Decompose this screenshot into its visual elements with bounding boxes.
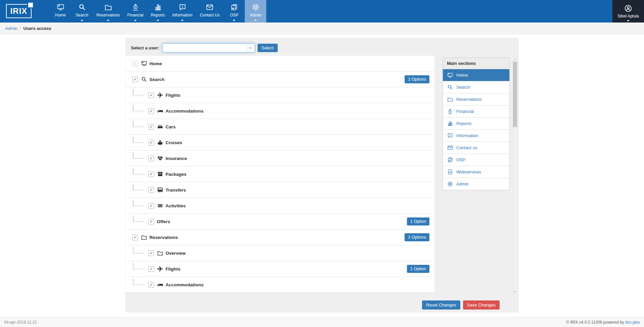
- tree-row-activities: Activities: [126, 198, 434, 214]
- panel-action-buttons: Reset Changes Save Changes: [422, 300, 500, 310]
- caret-down-icon: [233, 20, 235, 21]
- car-icon: [157, 123, 164, 130]
- options-badge[interactable]: 1 Option: [407, 265, 429, 273]
- nav-item-osp[interactable]: OSP: [223, 0, 245, 23]
- checkbox[interactable]: [132, 61, 138, 67]
- irix-logo[interactable]: IRIX: [6, 4, 32, 18]
- heart-pulse-icon: [157, 155, 164, 162]
- combobox-dropdown-button[interactable]: [246, 44, 254, 52]
- bar-chart-icon: [154, 3, 162, 11]
- sidebar-item-home[interactable]: Home: [443, 69, 509, 81]
- tree-row-reservations: Reservations 2 Options: [126, 230, 434, 245]
- code-doc-icon: [447, 169, 453, 175]
- caret-down-icon: [81, 20, 83, 21]
- caret-down-icon: [627, 20, 630, 22]
- info-bubble-icon: [178, 3, 187, 11]
- ticket-icon: [157, 202, 164, 209]
- folder-icon: [141, 234, 147, 241]
- folder-icon: [447, 96, 453, 103]
- checkbox[interactable]: [132, 235, 138, 240]
- money-hand-icon: [447, 108, 453, 115]
- sidebar-item-reports[interactable]: Reports: [443, 118, 509, 130]
- sidebar-item-admin[interactable]: Admin: [443, 178, 509, 190]
- tree-row-insurance: Insurance: [126, 151, 434, 166]
- scrollbar-thumb[interactable]: [513, 62, 517, 127]
- checkbox[interactable]: [148, 124, 154, 130]
- sidebar-item-reservations[interactable]: Reservations: [443, 93, 509, 106]
- nav-item-home[interactable]: Home: [50, 0, 71, 23]
- pages-icon: [447, 157, 453, 163]
- nav-item-reservations[interactable]: Reservations: [93, 0, 124, 23]
- checkbox[interactable]: [148, 140, 154, 146]
- options-badge[interactable]: 2 Options: [405, 75, 429, 83]
- checkbox[interactable]: [148, 203, 154, 209]
- sidebar-item-osp[interactable]: OSP: [443, 154, 509, 166]
- nav-item-search[interactable]: Search: [71, 0, 93, 23]
- nav-item-reports[interactable]: Reports: [147, 0, 169, 23]
- tree-row-home: Home: [126, 56, 434, 72]
- logo-corner-mark: [27, 3, 33, 8]
- checkbox[interactable]: [148, 108, 154, 114]
- breadcrumb-separator: /: [20, 26, 21, 31]
- top-navigation: IRIX Home Search Reservations Financial …: [0, 0, 644, 23]
- checkbox[interactable]: [148, 171, 154, 177]
- breadcrumb: Admin / Users access: [0, 23, 644, 34]
- checkbox[interactable]: [148, 92, 154, 98]
- reset-changes-button[interactable]: Reset Changes: [422, 300, 460, 310]
- tree-row-cars: Cars: [126, 119, 434, 135]
- main-sections-card: Main sections Home Search Reservations F…: [443, 57, 510, 190]
- chevron-up-icon: [513, 57, 517, 61]
- options-badge[interactable]: 2 Options: [405, 233, 429, 241]
- sidebar-item-information[interactable]: Information: [443, 130, 509, 142]
- bar-chart-icon: [447, 120, 453, 127]
- chevron-down-icon: [248, 46, 252, 50]
- caret-down-icon: [254, 20, 257, 21]
- nav-item-contact-us[interactable]: Contact Us: [196, 0, 223, 23]
- gear-icon: [251, 3, 260, 11]
- checkbox[interactable]: [148, 266, 154, 272]
- sidebar-item-webservices[interactable]: Webservices: [443, 166, 509, 178]
- save-changes-button[interactable]: Save Changes: [463, 300, 500, 310]
- tree-connector: [133, 89, 143, 95]
- checkbox[interactable]: [148, 156, 154, 161]
- mail-icon: [205, 3, 214, 11]
- caret-down-icon: [156, 20, 159, 21]
- monitor-icon: [56, 3, 65, 11]
- sidebar-item-search[interactable]: Search: [443, 81, 509, 93]
- box-icon: [157, 171, 164, 177]
- breadcrumb-link-admin[interactable]: Admin: [5, 26, 17, 31]
- monitor-icon: [141, 60, 147, 67]
- user-select-input[interactable]: [163, 44, 246, 52]
- options-badge[interactable]: 1 Option: [407, 217, 429, 226]
- info-bubble-icon: [447, 132, 453, 139]
- user-select-combobox[interactable]: [162, 43, 255, 52]
- sidebar-item-financial[interactable]: Financial: [443, 106, 509, 118]
- select-button[interactable]: Select: [258, 44, 278, 52]
- checkbox[interactable]: [148, 219, 154, 224]
- tree-connector: [133, 168, 143, 174]
- checkbox[interactable]: [148, 282, 154, 288]
- gear-icon: [447, 181, 453, 187]
- dcs-plus-link[interactable]: dcs plus: [625, 320, 640, 325]
- scroll-down-arrow[interactable]: [513, 289, 517, 294]
- select-user-label: Select a user:: [131, 45, 159, 50]
- nav-item-financial[interactable]: Financial: [124, 0, 147, 23]
- tree-row-search: Search 2 Options: [126, 72, 434, 87]
- tree-connector: [133, 200, 143, 206]
- scroll-up-arrow[interactable]: [513, 57, 517, 62]
- user-menu[interactable]: Sibel Aptula: [612, 0, 644, 23]
- checkbox[interactable]: [148, 250, 154, 256]
- tree-row-accommodations: Accommodations: [126, 103, 434, 119]
- tree-connector: [133, 215, 143, 222]
- nav-item-information[interactable]: Information: [169, 0, 196, 23]
- tree-row-flights-2: Flights 1 Option: [126, 261, 434, 277]
- plane-icon: [157, 265, 164, 272]
- checkbox[interactable]: [132, 77, 138, 82]
- sidebar-item-contact-us[interactable]: Contact us: [443, 142, 509, 154]
- monitor-icon: [447, 72, 453, 78]
- tree-connector: [133, 105, 143, 111]
- plane-icon: [157, 92, 164, 98]
- vertical-scrollbar[interactable]: [512, 56, 518, 294]
- nav-item-admin[interactable]: Admin: [245, 0, 266, 23]
- checkbox[interactable]: [148, 187, 154, 193]
